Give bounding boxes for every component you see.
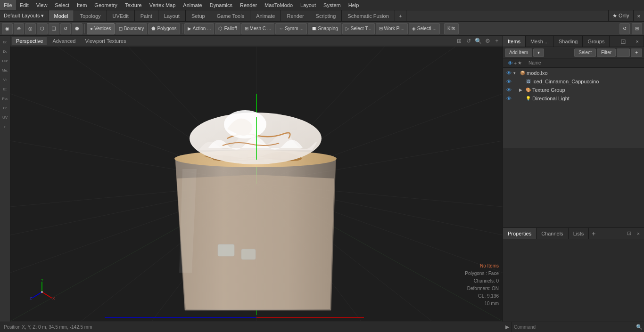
tool-select-t[interactable]: ▷ Select T... xyxy=(342,23,375,34)
menu-edit[interactable]: Edit xyxy=(16,0,33,10)
tool-rect[interactable]: ❑ xyxy=(49,23,59,34)
viewport-plus-icon[interactable]: + xyxy=(493,37,501,45)
rpanel-tab-groups[interactable]: Groups xyxy=(583,36,610,47)
tab-layout[interactable]: Layout xyxy=(158,10,186,21)
sidebar-item-2[interactable]: D: xyxy=(1,47,9,56)
viewport-tab-perspective[interactable]: Perspective xyxy=(12,37,47,45)
viewport-reset-icon[interactable]: ↺ xyxy=(465,37,472,45)
tab-animate[interactable]: Animate xyxy=(250,10,281,21)
tool-boundary[interactable]: ◻ Boundary xyxy=(116,23,148,34)
viewport-layout-icon[interactable]: ⊞ xyxy=(455,37,463,45)
tree-row-texture-group[interactable]: 👁 ▶ 🎨 Texture Group xyxy=(504,86,643,94)
tool-kits[interactable]: Kits xyxy=(444,23,459,34)
menu-system[interactable]: System xyxy=(320,0,345,10)
rpanel-close[interactable]: × xyxy=(631,36,644,47)
star-icon[interactable]: ★ xyxy=(518,60,522,65)
tree-row-modo-lxo[interactable]: 👁 ▾ 📦 modo.lxo xyxy=(504,69,643,77)
tab-schematic-fusion[interactable]: Schematic Fusion xyxy=(342,10,395,21)
rpanel-tab-mesh[interactable]: Mesh ... xyxy=(526,36,554,47)
add-item-button[interactable]: Add Item xyxy=(505,49,532,57)
sidebar-item-pol[interactable]: Po: xyxy=(1,94,9,103)
viewport-settings-icon[interactable]: ⚙ xyxy=(484,37,491,45)
rpanel-tab-items[interactable]: Items xyxy=(503,36,526,47)
tab-paint[interactable]: Paint xyxy=(135,10,158,21)
brpanel-close-icon[interactable]: × xyxy=(635,230,642,237)
tab-uvedit[interactable]: UVEdit xyxy=(107,10,135,21)
add-icon[interactable]: + xyxy=(514,60,517,66)
tool-snapping[interactable]: 🔲 Snapping xyxy=(308,23,341,34)
menu-vertex-map[interactable]: Vertex Map xyxy=(146,0,180,10)
tool-reset-view[interactable]: ↺ xyxy=(619,23,630,34)
tab-scripting[interactable]: Scripting xyxy=(310,10,342,21)
tool-action[interactable]: ▶ Action ... xyxy=(184,23,215,34)
eye-cappuccino[interactable]: 👁 xyxy=(505,78,512,85)
menu-layout[interactable]: Layout xyxy=(297,0,320,10)
tab-topology[interactable]: Topology xyxy=(74,10,107,21)
brpanel-tab-channels[interactable]: Channels xyxy=(537,228,568,239)
menu-file[interactable]: File xyxy=(0,0,16,10)
eye-icon-1[interactable]: 👁 xyxy=(508,60,513,66)
sidebar-item-c[interactable]: C: xyxy=(1,104,9,112)
tool-symm[interactable]: ↔ Symm ... xyxy=(275,23,306,34)
eye-modo-lxo[interactable]: 👁 xyxy=(505,69,512,77)
tool-select-mode[interactable]: ◉ xyxy=(2,23,13,34)
command-input[interactable] xyxy=(512,322,635,332)
layout-only-btn[interactable]: ★ Only xyxy=(608,10,633,21)
menu-texture[interactable]: Texture xyxy=(121,0,146,10)
tool-shape[interactable]: ⬟ xyxy=(72,23,83,34)
tool-selecti[interactable]: ◈ Selecti ... xyxy=(409,23,440,34)
tool-rotate[interactable]: ↺ xyxy=(60,23,71,34)
viewport[interactable]: Perspective Advanced Viewport Textures ⊞… xyxy=(10,36,503,322)
layout-close-btn[interactable]: × xyxy=(633,10,644,21)
tool-crosshair[interactable]: ⊕ xyxy=(14,23,24,34)
tool-work-plane[interactable]: ⊟ Work Pl... xyxy=(376,23,408,34)
tool-falloff[interactable]: ⬡ Falloff xyxy=(215,23,240,34)
rpanel-tab-shading[interactable]: Shading xyxy=(554,36,583,47)
tab-render[interactable]: Render xyxy=(281,10,310,21)
layout-add-tab[interactable]: + xyxy=(395,10,406,21)
sidebar-item-v[interactable]: V: xyxy=(1,75,9,84)
menu-animate[interactable]: Animate xyxy=(179,0,206,10)
sidebar-item-e[interactable]: E: xyxy=(1,85,9,93)
menu-item[interactable]: Item xyxy=(73,0,91,10)
tree-row-cappuccino[interactable]: 👁 ▶ 🖼 Iced_Cinnamon_Cappuccino xyxy=(504,77,643,86)
brpanel-tab-lists[interactable]: Lists xyxy=(569,228,589,239)
brpanel-tab-properties[interactable]: Properties xyxy=(503,228,537,239)
tool-grid-view[interactable]: ⊞ xyxy=(632,23,642,34)
viewport-tab-advanced[interactable]: Advanced xyxy=(49,37,79,45)
add-item-dropdown[interactable]: ▾ xyxy=(533,49,544,57)
brpanel-add[interactable]: + xyxy=(589,228,598,239)
sidebar-item-mesh[interactable]: Me: xyxy=(1,66,9,74)
menu-geometry[interactable]: Geometry xyxy=(91,0,121,10)
select-button[interactable]: Select xyxy=(574,49,596,57)
filter-button[interactable]: Filter xyxy=(597,49,616,57)
layout-selector[interactable]: Default Layouts ▾ xyxy=(0,10,49,21)
items-minus[interactable]: — xyxy=(617,49,630,57)
menu-help[interactable]: Help xyxy=(345,0,363,10)
tool-polygons[interactable]: ⬟ Polygons xyxy=(148,23,180,34)
menu-select[interactable]: Select xyxy=(51,0,73,10)
tool-mesh[interactable]: ⊞ Mesh C ... xyxy=(241,23,275,34)
viewport-zoom-icon[interactable]: 🔍 xyxy=(474,37,482,45)
tree-row-directional-light[interactable]: 👁 ▶ 💡 Directional Light xyxy=(504,94,643,103)
rpanel-expand[interactable]: ⊡ xyxy=(616,36,631,47)
viewport-tab-textures[interactable]: Viewport Textures xyxy=(81,37,130,45)
sidebar-item-1[interactable]: B: xyxy=(1,38,9,46)
tab-setup[interactable]: Setup xyxy=(186,10,211,21)
items-plus[interactable]: + xyxy=(631,49,642,57)
menu-maxtomodo[interactable]: MaxToModo xyxy=(261,0,297,10)
menu-render[interactable]: Render xyxy=(236,0,261,10)
tool-vertices[interactable]: ● Vertices xyxy=(87,23,115,34)
sidebar-item-f[interactable]: F xyxy=(1,122,9,131)
command-search-icon[interactable]: 🔍 xyxy=(635,322,644,332)
viewport-canvas[interactable]: No Items Polygons : Face Channels: 0 Def… xyxy=(10,46,503,322)
brpanel-expand-icon[interactable]: ⊡ xyxy=(625,230,633,237)
eye-texture-group[interactable]: 👁 xyxy=(505,86,512,94)
sidebar-item-uv[interactable]: UV xyxy=(1,113,9,121)
tool-lasso[interactable]: ◎ xyxy=(25,23,36,34)
tab-game-tools[interactable]: Game Tools xyxy=(211,10,251,21)
eye-directional-light[interactable]: 👁 xyxy=(505,95,512,102)
tab-model[interactable]: Model xyxy=(49,10,74,21)
menu-view[interactable]: View xyxy=(33,0,51,10)
sidebar-item-dup[interactable]: Du: xyxy=(1,57,9,65)
